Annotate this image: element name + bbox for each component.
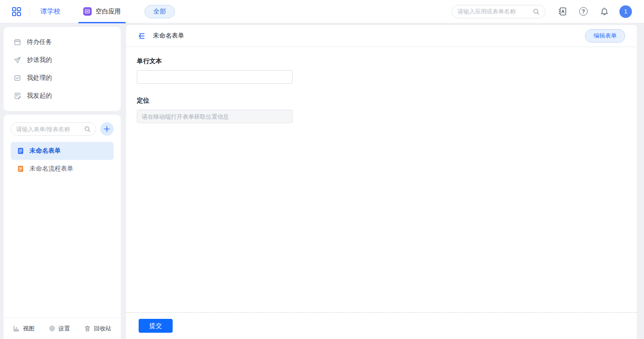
sidebar-task-menu: 待办任务 抄送我的 我处理的 我发起的 — [4, 27, 121, 111]
form-item-untitled-flow-form[interactable]: 未命名流程表单 — [11, 160, 114, 178]
sidebar-footer: 视图 设置 回收站 — [4, 318, 121, 339]
workspace-name[interactable]: 谭学校 — [40, 7, 60, 16]
form-item-label: 未命名表单 — [30, 147, 61, 155]
trash-icon — [84, 325, 91, 332]
divider — [29, 8, 30, 15]
plus-icon — [103, 125, 110, 133]
form-item-label: 未命名流程表单 — [30, 165, 73, 173]
user-avatar[interactable]: 1 — [619, 5, 632, 18]
settings-button[interactable]: 设置 — [49, 325, 70, 333]
cc-to-me-icon — [14, 56, 21, 64]
sidebar-item-cc-to-me[interactable]: 抄送我的 — [4, 51, 121, 69]
search-icon — [533, 8, 540, 15]
flow-form-doc-icon — [17, 165, 24, 172]
contacts-icon[interactable] — [558, 7, 567, 16]
single-line-text-input[interactable] — [137, 70, 292, 84]
add-form-button[interactable] — [100, 122, 114, 136]
apps-grid-icon[interactable] — [12, 7, 21, 17]
handled-by-me-icon — [14, 74, 21, 82]
recycle-bin-label: 回收站 — [94, 325, 111, 333]
filter-all-label: 全部 — [153, 8, 166, 16]
sidebar-item-handled-by-me[interactable]: 我处理的 — [4, 69, 121, 87]
help-icon[interactable]: ? — [579, 7, 588, 16]
views-button[interactable]: 视图 — [13, 325, 34, 333]
form-item-untitled-form[interactable]: 未命名表单 — [11, 142, 114, 160]
form-detail-panel: 未命名表单 编辑表单 单行文本 定位 提交 — [126, 25, 637, 339]
top-header: 谭学校 空白应用 全部 ? — [0, 0, 644, 23]
sidebar-item-todo-tasks[interactable]: 待办任务 — [4, 33, 121, 51]
location-input — [137, 110, 292, 123]
panel-header: 未命名表单 编辑表单 — [126, 25, 637, 47]
collapse-panel-icon[interactable] — [137, 32, 145, 40]
form-list: 未命名表单 未命名流程表单 — [4, 137, 121, 178]
submit-button[interactable]: 提交 — [139, 319, 173, 333]
settings-gear-icon — [49, 325, 55, 332]
sidebar-item-label: 待办任务 — [27, 38, 52, 46]
todo-tasks-icon — [14, 39, 21, 46]
form-footer: 提交 — [126, 312, 637, 339]
tab-blank-app[interactable]: 空白应用 — [78, 0, 126, 23]
edit-form-button[interactable]: 编辑表单 — [585, 29, 625, 43]
filter-all-pill[interactable]: 全部 — [144, 5, 175, 18]
recycle-bin-button[interactable]: 回收站 — [84, 325, 111, 333]
sidebar-item-label: 抄送我的 — [27, 56, 52, 64]
field-label-single-line-text: 单行文本 — [137, 57, 626, 65]
bell-icon[interactable] — [600, 7, 609, 16]
search-icon — [84, 126, 91, 133]
form-body: 单行文本 定位 — [126, 47, 637, 123]
page-title: 未命名表单 — [153, 32, 184, 40]
sidebar-item-label: 我发起的 — [27, 92, 52, 100]
sidebar-item-started-by-me[interactable]: 我发起的 — [4, 87, 121, 105]
views-label: 视图 — [23, 325, 34, 333]
views-chart-icon — [13, 325, 20, 332]
tab-label: 空白应用 — [96, 8, 121, 16]
blank-app-icon — [83, 7, 92, 16]
sidebar-item-label: 我处理的 — [27, 74, 52, 82]
started-by-me-icon — [14, 92, 21, 99]
field-label-location: 定位 — [137, 97, 626, 105]
form-search — [11, 122, 96, 136]
global-search-input[interactable] — [458, 8, 533, 15]
help-glyph: ? — [579, 7, 588, 16]
sidebar-form-panel: 未命名表单 未命名流程表单 — [4, 115, 121, 339]
form-search-input[interactable] — [16, 126, 84, 133]
form-doc-icon — [17, 147, 24, 154]
global-search — [452, 5, 546, 18]
settings-label: 设置 — [59, 325, 70, 333]
